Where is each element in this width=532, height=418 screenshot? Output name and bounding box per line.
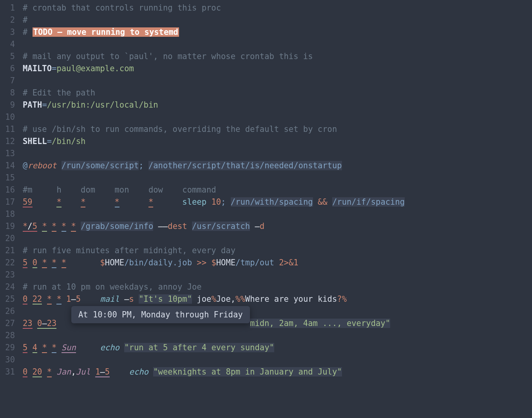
code-content[interactable]: 5 4 * * Sun echo "run at 5 after 4 every… <box>23 342 532 354</box>
token: dest <box>168 222 187 231</box>
code-content[interactable]: # run five minutes after midnight, every… <box>23 245 532 257</box>
token <box>52 294 56 304</box>
code-line[interactable]: 310 20 * Jan,Jul 1—5 echo "weeknights at… <box>0 366 532 378</box>
token: # run at 10 pm on weekdays, annoy Joe <box>23 282 202 292</box>
code-content[interactable]: 59 * * * * sleep 10; /run/with/spacing &… <box>23 196 532 208</box>
code-line[interactable]: 18 <box>0 208 532 220</box>
token: # <box>23 15 27 25</box>
token <box>76 343 100 352</box>
token: * <box>47 294 52 304</box>
line-number: 6 <box>0 63 23 75</box>
code-line[interactable]: 30 <box>0 354 532 366</box>
code-content[interactable]: # crontab that controls running this pro… <box>23 2 532 14</box>
token: && <box>318 197 328 207</box>
token: = <box>42 100 47 110</box>
code-content[interactable]: PATH=/usr/bin:/usr/local/bin <box>23 99 532 111</box>
code-line[interactable]: 9PATH=/usr/bin:/usr/local/bin <box>0 99 532 111</box>
code-line[interactable]: 1759 * * * * sleep 10; /run/with/spacing… <box>0 196 532 208</box>
code-content[interactable]: # Edit the path <box>23 87 532 99</box>
code-line[interactable]: 11# use /bin/sh to run commands, overrid… <box>0 123 532 135</box>
code-content[interactable]: */5 * * * * /grab/some/info ——dest /usr/… <box>23 220 532 232</box>
token: /bin/sh <box>52 137 85 146</box>
code-line[interactable]: 1# crontab that controls running this pr… <box>0 2 532 14</box>
token: 22 <box>33 294 42 304</box>
token <box>66 222 71 231</box>
token: sleep <box>182 197 206 207</box>
code-line[interactable]: 19*/5 * * * * /grab/some/info ——dest /us… <box>0 220 532 232</box>
token <box>206 258 211 267</box>
code-line[interactable]: 15 <box>0 172 532 184</box>
code-line[interactable]: 225 0 * * * $HOME/bin/daily.job >> $HOME… <box>0 257 532 269</box>
line-number: 5 <box>0 50 23 63</box>
code-content[interactable]: #m h dom mon dow command <box>23 184 532 196</box>
code-line[interactable]: 12SHELL=/bin/sh <box>0 135 532 148</box>
code-line[interactable]: 21# run five minutes after midnight, eve… <box>0 245 532 257</box>
token <box>56 258 61 267</box>
code-content[interactable]: # <box>23 14 532 26</box>
token <box>313 197 318 207</box>
line-number: 31 <box>0 366 23 378</box>
code-content[interactable]: 0 20 * Jan,Jul 1—5 echo "weeknights at 8… <box>23 366 532 378</box>
code-line[interactable]: 13 <box>0 148 532 160</box>
token: Joe, <box>216 294 235 304</box>
token: 1 <box>95 367 100 377</box>
token: ; <box>139 161 143 170</box>
code-content[interactable]: # TODO — move running to systemd <box>23 26 532 38</box>
token: /run/with/spacing <box>231 197 313 207</box>
token: 5 <box>33 222 37 232</box>
code-line[interactable]: 28 <box>0 330 532 342</box>
token <box>27 258 32 267</box>
code-content[interactable]: # run at 10 pm on weekdays, annoy Joe <box>23 281 532 293</box>
code-line[interactable]: 14@reboot /run/some/script; /another/scr… <box>0 160 532 172</box>
code-content[interactable]: 5 0 * * * $HOME/bin/daily.job >> $HOME/t… <box>23 257 532 269</box>
line-number: 18 <box>0 208 23 220</box>
line-number: 8 <box>0 87 23 99</box>
code-line[interactable]: 23 <box>0 269 532 281</box>
token: 0 <box>23 367 27 377</box>
code-content[interactable]: @reboot /run/some/script; /another/scrip… <box>23 160 532 172</box>
token: /usr/bin:/usr/local/bin <box>47 100 158 110</box>
code-content[interactable]: # use /bin/sh to run commands, overridin… <box>23 123 532 135</box>
code-content[interactable]: # mail any output to `paul', no matter w… <box>23 50 532 63</box>
line-number: 1 <box>0 2 23 14</box>
code-line[interactable]: 10 <box>0 111 532 123</box>
token: # mail any output to `paul', no matter w… <box>23 52 313 61</box>
hover-tooltip: At 10:00 PM, Monday through Friday <box>71 306 250 323</box>
code-line[interactable]: 6MAILTO=paul@example.com <box>0 63 532 75</box>
code-line[interactable]: 24# run at 10 pm on weekdays, annoy Joe <box>0 281 532 293</box>
token: 2 <box>279 258 284 267</box>
token <box>33 197 57 207</box>
token <box>148 367 153 377</box>
line-number: 14 <box>0 160 23 172</box>
code-line[interactable]: 3# TODO — move running to systemd <box>0 26 532 38</box>
code-line[interactable]: 20 <box>0 232 532 245</box>
token: 10 <box>211 197 221 207</box>
token <box>62 197 81 207</box>
code-content[interactable]: SHELL=/bin/sh <box>23 135 532 148</box>
token: paul@example.com <box>56 64 134 73</box>
code-content[interactable]: 0 22 * * 1—5 mail —s "It's 10pm" joe%Joe… <box>23 293 532 305</box>
token <box>62 294 66 304</box>
code-line[interactable]: 5# mail any output to `paul', no matter … <box>0 50 532 63</box>
token: * <box>23 222 27 232</box>
code-line[interactable]: 16#m h dom mon dow command <box>0 184 532 196</box>
token: 23 <box>23 319 33 329</box>
code-line[interactable]: 2# <box>0 14 532 26</box>
token <box>27 367 32 377</box>
line-number: 23 <box>0 269 23 281</box>
code-content[interactable]: MAILTO=paul@example.com <box>23 63 532 75</box>
token <box>328 197 332 207</box>
token: % <box>342 294 347 304</box>
code-line[interactable]: 295 4 * * Sun echo "run at 5 after 4 eve… <box>0 342 532 354</box>
code-line[interactable]: 250 22 * * 1—5 mail —s "It's 10pm" joe%J… <box>0 293 532 305</box>
code-line[interactable]: 7 <box>0 75 532 87</box>
token: 1 <box>293 258 298 267</box>
code-line[interactable]: 8# Edit the path <box>0 87 532 99</box>
token <box>42 294 47 304</box>
token: # <box>23 27 33 37</box>
token: = <box>52 64 56 73</box>
code-line[interactable]: 4 <box>0 38 532 50</box>
token <box>144 161 148 170</box>
token: * <box>62 222 66 232</box>
token <box>37 343 42 352</box>
